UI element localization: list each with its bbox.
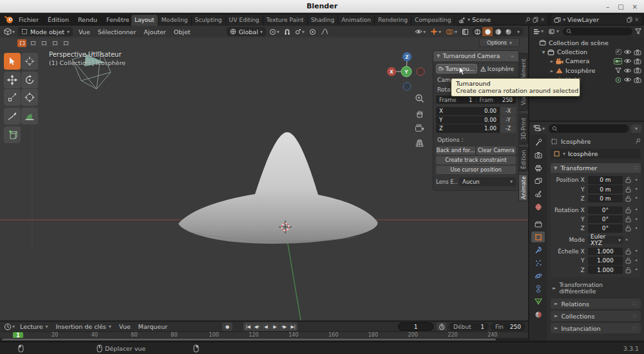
axis-field-X[interactable]: X0.00 — [436, 107, 500, 115]
gizmo-neg-x-axis[interactable] — [417, 68, 424, 75]
jump-to-end-button[interactable]: ▶∣ — [289, 322, 298, 331]
transform-value-field[interactable]: 0° — [588, 224, 623, 233]
options-button[interactable]: Options▾ — [479, 38, 520, 47]
shading-wireframe-button[interactable] — [472, 27, 482, 36]
mesh-data-icon[interactable] — [613, 68, 623, 74]
expand-icon[interactable]: ▼ — [540, 50, 547, 54]
animate-dot[interactable]: • — [633, 195, 639, 201]
timeline-menu-Marqueur[interactable]: Marqueur — [135, 323, 172, 330]
mode-selector[interactable]: Mode objet▾ — [18, 27, 73, 36]
display-mode-button[interactable]: ▾ — [532, 28, 545, 35]
timeline-editor-type-button[interactable]: ▾ — [3, 323, 16, 331]
button-Clear Camera[interactable]: Clear Camera — [477, 146, 516, 155]
expand-icon[interactable]: ► — [549, 68, 555, 73]
expand-icon[interactable]: ► — [549, 59, 555, 63]
render-visibility-icon[interactable] — [632, 77, 642, 83]
new-copy-icon[interactable] — [627, 17, 632, 23]
add-cube-tool[interactable] — [4, 126, 21, 143]
unlink-icon[interactable]: × — [540, 17, 545, 23]
outliner-row-Collection de scène[interactable]: Collection de scène — [529, 38, 644, 47]
outliner-row-Icosphère[interactable]: ►Icosphère — [529, 66, 644, 75]
new-copy-icon[interactable] — [533, 17, 538, 23]
rotate-tool[interactable] — [21, 72, 38, 88]
current-frame-field[interactable]: 1 — [398, 322, 433, 331]
transform-value-field[interactable]: 1.000 — [588, 257, 623, 265]
properties-search-input[interactable] — [549, 124, 629, 133]
transform-value-field[interactable]: 1.000 — [588, 248, 623, 256]
tab-output[interactable] — [531, 162, 545, 173]
sidebar-tab-Animate[interactable]: Animate — [518, 174, 528, 201]
menu-Édition[interactable]: Édition — [43, 16, 73, 23]
delta-transform-toggle[interactable]: ►Transformation différentielle — [551, 282, 641, 295]
timeline-scrollbar[interactable] — [0, 338, 528, 340]
panel-grip-icon[interactable]: ∷ — [634, 165, 638, 171]
blender-logo-icon[interactable] — [5, 15, 14, 24]
tab-material[interactable] — [531, 309, 545, 320]
button-Back and for...[interactable]: Back and for... — [436, 146, 475, 155]
tab-particles[interactable] — [531, 257, 545, 268]
lens-dropdown[interactable]: Aucun▾ — [459, 177, 516, 186]
animate-dot[interactable]: • — [633, 258, 639, 264]
panel-Relations[interactable]: ►Relations∷ — [551, 299, 641, 309]
use-preview-range-button[interactable] — [437, 322, 446, 331]
pan-button[interactable] — [414, 108, 425, 118]
pin-icon[interactable] — [635, 138, 641, 144]
axis-field-Y[interactable]: Y0.00 — [436, 116, 500, 124]
animate-dot[interactable]: • — [633, 207, 639, 213]
transform-value-field[interactable]: 0 m — [588, 176, 623, 184]
turnaround-button[interactable]: Turnarou... — [436, 64, 477, 74]
shading-material-button[interactable] — [493, 27, 503, 36]
gizmo-neg-z-axis[interactable] — [403, 83, 411, 90]
play-reverse-button[interactable]: ◀ — [261, 322, 270, 331]
maximize-button[interactable]: □ — [618, 3, 623, 10]
select-subtract-button[interactable] — [39, 39, 48, 47]
frame-start-field[interactable]: Début1 — [449, 322, 489, 331]
workspace-tab-Sculpting[interactable]: Sculpting — [192, 15, 226, 26]
camera-data-icon[interactable] — [613, 58, 623, 64]
frame-end-field[interactable]: Fin250 — [491, 322, 526, 331]
play-button[interactable]: ▶ — [270, 322, 279, 331]
transform-orientation-selector[interactable]: Global▾ — [227, 27, 265, 36]
prev-keyframe-button[interactable]: ◀• — [252, 322, 261, 331]
workspace-tab-Animation[interactable]: Animation — [338, 15, 375, 26]
workspace-tab-Layout[interactable]: Layout — [131, 15, 158, 26]
scale-tool[interactable] — [4, 89, 21, 106]
workspace-tab-UV Editing[interactable]: UV Editing — [226, 15, 263, 26]
lock-icon[interactable] — [623, 267, 633, 273]
lock-icon[interactable] — [623, 225, 633, 231]
next-keyframe-button[interactable]: •▶ — [279, 322, 289, 331]
measure-tool[interactable] — [21, 108, 38, 124]
outliner-row-Collection[interactable]: ▼Collection✓ — [529, 47, 644, 56]
viewlayer-selector[interactable]: ▾ ViewLayer × — [551, 15, 641, 25]
remove-icon[interactable]: × — [634, 17, 639, 23]
eye-icon[interactable] — [623, 58, 632, 64]
workspace-tab-Modeling[interactable]: Modeling — [158, 15, 192, 26]
panel-header[interactable]: ▼ Turnaround Camera ≡ — [433, 51, 518, 61]
animate-dot[interactable]: • — [633, 217, 639, 222]
panel-Instanciation[interactable]: ►Instanciation∷ — [551, 323, 641, 333]
render-visibility-icon[interactable] — [632, 49, 642, 55]
lock-icon[interactable] — [623, 248, 633, 255]
workspace-tab-Rendering[interactable]: Rendering — [375, 15, 412, 26]
select-intersect-button[interactable] — [61, 39, 70, 47]
select-invert-button[interactable] — [50, 39, 59, 47]
annotate-tool[interactable] — [4, 108, 21, 124]
animate-dot[interactable]: • — [633, 248, 639, 254]
button-Create track constraint[interactable]: Create track constraint — [436, 156, 516, 164]
tab-object[interactable] — [531, 231, 545, 242]
button-Use cursor position[interactable]: Use cursor position — [436, 166, 516, 174]
lock-icon[interactable] — [623, 177, 633, 183]
panel-menu-icon[interactable]: ≡ — [510, 54, 515, 59]
rotation-mode-dropdown[interactable]: Euler XYZ▾ — [588, 236, 623, 244]
tab-view-layer[interactable] — [531, 175, 545, 186]
close-button[interactable]: × — [632, 3, 638, 10]
camera-view-button[interactable] — [414, 123, 425, 133]
lock-icon[interactable] — [623, 195, 633, 202]
show-object-types-button[interactable]: ▾ — [413, 28, 427, 35]
axis-negate-button-Y[interactable]: -Y — [500, 116, 516, 124]
timeline-ruler[interactable]: 1 20406080100120140160180200220240 — [0, 331, 528, 338]
lock-icon[interactable] — [623, 186, 633, 193]
transform-tool[interactable] — [21, 89, 38, 106]
outliner-row-Camera[interactable]: ►Camera — [529, 57, 644, 66]
workspace-tab-Compositing[interactable]: Compositing — [412, 15, 455, 26]
